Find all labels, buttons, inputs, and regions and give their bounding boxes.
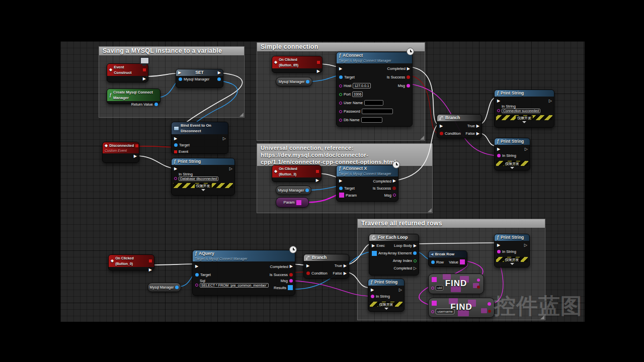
password-pin[interactable]	[339, 110, 342, 113]
condition-pin[interactable]	[306, 272, 310, 275]
in-string-pin[interactable]	[497, 250, 501, 253]
found-out-pin[interactable]	[488, 310, 491, 313]
exec-in-pin[interactable]: ▶	[306, 264, 309, 268]
wire-param[interactable]	[306, 194, 340, 202]
delegate-pin[interactable]	[143, 68, 146, 71]
node-aconnect-x[interactable]: ƒ AConnect X Target is Mysql Connect Man…	[336, 165, 398, 202]
completed-pin[interactable]: ▷	[414, 266, 417, 270]
port-pin[interactable]	[339, 93, 342, 96]
map-pin-icon[interactable]	[296, 200, 301, 205]
collapse-chevron-icon[interactable]	[201, 189, 205, 191]
exec-out-pin[interactable]: ▷	[229, 167, 232, 171]
event-delegate-pin[interactable]	[174, 150, 177, 153]
target-pin[interactable]	[174, 143, 178, 147]
in-string-field[interactable]: Connection succeeded	[502, 109, 540, 113]
exec-out-pin[interactable]: ▷	[223, 137, 226, 141]
array-element-pin[interactable]	[413, 251, 417, 255]
variable-mysql-manager[interactable]: Mysql Manager	[276, 186, 311, 195]
sql-field[interactable]: SELECT * FROM `pre_common_member`	[200, 283, 269, 288]
password-field-redacted[interactable]	[362, 109, 393, 114]
value-map-pin[interactable]	[460, 259, 465, 264]
wire-disconnected-delegate[interactable]	[136, 146, 175, 147]
target-pin[interactable]	[339, 75, 343, 79]
value-out-pin[interactable]	[477, 279, 480, 282]
exec-in-pin[interactable]: ▶	[372, 244, 375, 248]
exec-in-pin[interactable]: ▶	[339, 179, 342, 183]
delegate-pin[interactable]	[316, 170, 319, 173]
exec-out-pin[interactable]: ▶	[316, 178, 319, 183]
node-branch-1[interactable]: Branch ▶ True▶ Condition False▶	[437, 114, 482, 138]
param-map-pin[interactable]	[339, 193, 344, 198]
node-on-clicked-button3[interactable]: ◆ On Clicked (Button_3) ▶	[272, 165, 321, 182]
in-string-pin[interactable]	[497, 154, 501, 157]
wire-aconnectx-completed[interactable]	[395, 125, 437, 180]
exec-in-pin[interactable]: ▶	[497, 243, 500, 247]
variable-out-pin[interactable]	[306, 80, 309, 83]
completed-pin[interactable]: ▶	[407, 67, 410, 71]
true-pin[interactable]: ▶	[476, 124, 479, 128]
variable-mysql-manager[interactable]: Mysql Manager	[276, 77, 312, 86]
delegate-pin[interactable]	[135, 144, 138, 147]
results-array-pin[interactable]	[288, 285, 293, 290]
return-value-pin[interactable]	[154, 103, 158, 106]
db-name-field-redacted[interactable]	[361, 117, 382, 123]
node-print-string-succeeded[interactable]: ƒ Print String ▶ ▷ In String Connection …	[494, 89, 554, 128]
variable-mysql-manager[interactable]: Mysql Manager	[147, 283, 181, 292]
msg-pin[interactable]	[393, 194, 396, 197]
wire-btn0-aquery[interactable]	[152, 264, 194, 265]
node-on-clicked-button0[interactable]: ◆ On Clicked (Button_0) ▶	[108, 254, 154, 270]
exec-in-pin[interactable]: ▶	[174, 137, 177, 141]
msg-pin[interactable]	[407, 84, 410, 87]
variable-param[interactable]: Param	[276, 197, 309, 208]
wire-aquery-msg[interactable]	[290, 281, 368, 296]
node-print-string-failed[interactable]: ƒ Print String ▶ ▷ In String 仅限开发	[494, 138, 530, 170]
mysql-manager-out-pin[interactable]	[217, 77, 221, 81]
variable-out-pin[interactable]	[175, 286, 179, 289]
value-out-pin[interactable]	[488, 302, 491, 306]
host-pin[interactable]	[339, 84, 342, 87]
row-pin[interactable]	[431, 260, 435, 264]
node-find-uid[interactable]: FIND uid	[428, 274, 484, 294]
node-disconnected-custom-event[interactable]: ◆ Disconnected Custom Event ▶	[102, 142, 139, 163]
key-field[interactable]: uid	[436, 285, 443, 291]
node-branch-2[interactable]: Branch ▶ True▶ Condition False▶	[303, 254, 349, 279]
wire-mm1-target[interactable]	[309, 75, 340, 81]
delegate-pin[interactable]	[317, 61, 320, 64]
node-for-each-loop[interactable]: For Each Loop ▶ Exec Loop Body▶ Array Ar…	[369, 234, 419, 276]
wire-completed-branch[interactable]	[410, 67, 437, 124]
collapse-chevron-icon[interactable]	[384, 308, 388, 310]
sql-pin[interactable]	[195, 284, 198, 287]
exec-in-pin[interactable]: ▶	[178, 71, 181, 75]
node-set-mysql-manager[interactable]: ▶ SET ▶ Mysql Manager	[176, 69, 223, 88]
is-success-pin[interactable]	[392, 187, 396, 190]
node-break-row[interactable]: ◀ Break Row Row Value	[428, 250, 467, 267]
map-in-pin[interactable]	[432, 277, 437, 282]
node-aquery[interactable]: ƒ AQuery Target is Mysql Connect Manager…	[192, 250, 295, 296]
exec-out-pin[interactable]: ▶	[317, 69, 320, 73]
exec-out-pin[interactable]: ▷	[524, 243, 527, 247]
exec-in-pin[interactable]: ▶	[497, 99, 500, 103]
in-string-field[interactable]: Database disconnected	[179, 176, 218, 181]
is-success-pin[interactable]	[407, 75, 410, 79]
exec-in-pin[interactable]: ▶	[195, 264, 198, 268]
delegate-pin[interactable]	[149, 259, 152, 262]
exec-in-pin[interactable]: ▶	[174, 167, 177, 171]
wire-loopbody-print[interactable]	[415, 243, 495, 244]
exec-out-pin[interactable]: ▶	[149, 268, 152, 272]
array-index-pin[interactable]	[414, 259, 417, 262]
key-field[interactable]: username	[436, 309, 454, 314]
map-in-pin[interactable]	[432, 301, 437, 306]
exec-out-pin[interactable]: ▶	[218, 71, 221, 75]
exec-out-pin[interactable]: ▷	[549, 99, 552, 103]
found-out-pin[interactable]	[477, 286, 480, 289]
loop-body-pin[interactable]: ▶	[414, 244, 417, 248]
node-create-mysql-connect-manager[interactable]: ƒ Create Mysql Connect Manager Return Va…	[107, 88, 160, 104]
exec-in-pin[interactable]: ▶	[371, 288, 374, 292]
wire-exec-construct-set[interactable]	[146, 73, 177, 76]
exec-out-pin[interactable]: ▷	[525, 147, 528, 151]
variable-out-pin[interactable]	[305, 189, 309, 192]
key-pin[interactable]	[431, 287, 434, 290]
node-print-string-disconnected[interactable]: ƒ Print String ▶ ▷ In String Database di…	[171, 158, 235, 196]
exec-out-pin[interactable]: ▶	[134, 154, 137, 158]
wire-disconnected-print[interactable]	[136, 156, 174, 168]
